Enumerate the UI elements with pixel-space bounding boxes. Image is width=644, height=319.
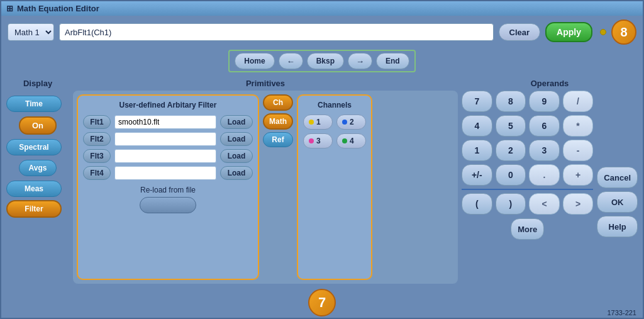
ch3-label: 3 xyxy=(316,137,321,145)
operand-minus[interactable]: - xyxy=(563,140,594,161)
load3-button[interactable]: Load xyxy=(220,149,253,163)
operand-open-paren[interactable]: ( xyxy=(462,193,492,215)
flt2-button[interactable]: Flt2 xyxy=(83,132,111,146)
operand-1[interactable]: 1 xyxy=(462,140,492,161)
end-button[interactable]: End xyxy=(376,53,409,69)
reload-button[interactable] xyxy=(140,197,196,213)
math-prim-button[interactable]: Math xyxy=(263,113,293,130)
operand-4[interactable]: 4 xyxy=(462,115,492,137)
top-bar: Math 1 Math 2 Math 3 Math 4 Clear Apply … xyxy=(1,16,643,48)
ch4-dot xyxy=(342,138,347,143)
ch2-label: 2 xyxy=(350,118,354,126)
reload-label: Re-load from file xyxy=(140,186,196,194)
channels-panel: Channels 1 2 3 xyxy=(297,94,372,280)
operand-less[interactable]: < xyxy=(529,193,560,215)
connector-dot xyxy=(600,29,606,35)
ch4-label: 4 xyxy=(350,137,354,145)
math-select-wrap: Math 1 Math 2 Math 3 Math 4 xyxy=(8,23,54,41)
more-button[interactable]: More xyxy=(511,218,544,240)
flt2-row: Flt2 Load xyxy=(83,132,253,146)
load1-button[interactable]: Load xyxy=(220,115,253,129)
flt4-button[interactable]: Flt4 xyxy=(83,166,111,180)
window-icon: ⊞ xyxy=(6,4,13,13)
badge-8: 8 xyxy=(611,20,636,45)
operand-5[interactable]: 5 xyxy=(496,115,526,137)
badge-7: 7 xyxy=(308,289,336,316)
math-select[interactable]: Math 1 Math 2 Math 3 Math 4 xyxy=(8,23,54,41)
channel-grid: 1 2 3 4 xyxy=(303,115,366,148)
meas-button[interactable]: Meas xyxy=(6,181,62,197)
operand-9[interactable]: 9 xyxy=(529,91,560,112)
operands-section: 7 8 9 / 4 5 6 * 1 2 3 - xyxy=(462,91,638,240)
operand-0[interactable]: 0 xyxy=(496,164,526,186)
time-button[interactable]: Time xyxy=(6,96,62,112)
ref-button[interactable]: Ref xyxy=(263,132,293,147)
channels-title: Channels xyxy=(303,101,366,109)
operand-plusminus[interactable]: +/- xyxy=(462,164,492,186)
operand-plus[interactable]: + xyxy=(563,164,594,186)
operand-decimal[interactable]: . xyxy=(529,164,560,186)
avgs-button[interactable]: Avgs xyxy=(19,160,57,176)
prim-type-buttons: Ch Math Ref xyxy=(263,94,293,280)
operands-column: Operands 7 8 9 / 4 5 6 * 1 xyxy=(462,79,638,284)
primitives-inner: User-defined Arbitary Filter Flt1 Load F… xyxy=(73,91,458,284)
window-title: Math Equation Editor xyxy=(17,4,99,13)
load4-button[interactable]: Load xyxy=(220,166,253,180)
operand-7[interactable]: 7 xyxy=(462,91,492,112)
cancel-button[interactable]: Cancel xyxy=(597,167,638,188)
ch1-label: 1 xyxy=(316,118,321,126)
display-items: Time On Spectral Avgs Meas Filter xyxy=(6,94,69,218)
flt3-button[interactable]: Flt3 xyxy=(83,149,111,163)
ch3-dot xyxy=(309,138,314,143)
bksp-button[interactable]: Bksp xyxy=(307,53,344,69)
spectral-button[interactable]: Spectral xyxy=(6,139,62,155)
flt1-button[interactable]: Flt1 xyxy=(83,115,111,129)
more-wrap: More xyxy=(462,218,593,240)
ch1-button[interactable]: 1 xyxy=(303,115,333,130)
ch2-button[interactable]: 2 xyxy=(336,115,366,130)
operands-grid-2: ( ) < > xyxy=(462,193,593,215)
flt4-input[interactable] xyxy=(114,166,216,180)
operand-2[interactable]: 2 xyxy=(496,140,526,161)
operand-greater[interactable]: > xyxy=(563,193,594,215)
operand-divide[interactable]: / xyxy=(563,91,594,112)
ch4-button[interactable]: 4 xyxy=(336,133,366,148)
ch3-button[interactable]: 3 xyxy=(303,133,333,148)
flt3-input[interactable] xyxy=(114,149,216,163)
flt1-row: Flt1 Load xyxy=(83,115,253,129)
clear-button[interactable]: Clear xyxy=(499,23,541,41)
ch-button[interactable]: Ch xyxy=(263,94,293,111)
operand-close-paren[interactable]: ) xyxy=(496,193,526,215)
back-button[interactable]: ← xyxy=(279,53,303,69)
side-buttons: Cancel OK Help xyxy=(597,91,638,240)
primitives-section-label: Primitives xyxy=(73,79,458,88)
operand-3[interactable]: 3 xyxy=(529,140,560,161)
flt4-row: Flt4 Load xyxy=(83,166,253,180)
operand-6[interactable]: 6 xyxy=(529,115,560,137)
flt3-row: Flt3 Load xyxy=(83,149,253,163)
operand-multiply[interactable]: * xyxy=(563,115,594,137)
apply-button[interactable]: Apply xyxy=(545,22,592,42)
help-button[interactable]: Help xyxy=(597,216,638,237)
operands-divider xyxy=(462,189,593,190)
filter-panel: User-defined Arbitary Filter Flt1 Load F… xyxy=(77,94,259,280)
bottom-area: 7 1733-221 xyxy=(1,286,643,318)
title-bar: ⊞ Math Equation Editor xyxy=(1,1,643,16)
primitives-column: Primitives User-defined Arbitary Filter … xyxy=(73,79,458,284)
formula-input[interactable] xyxy=(59,23,494,41)
ok-button[interactable]: OK xyxy=(597,191,638,213)
operands-grid: 7 8 9 / 4 5 6 * 1 2 3 - xyxy=(462,91,593,186)
forward-button[interactable]: → xyxy=(348,53,372,69)
filter-button[interactable]: Filter xyxy=(6,200,62,218)
nav-bar-inner: Home ← Bksp → End xyxy=(228,50,415,72)
load2-button[interactable]: Load xyxy=(220,132,253,146)
on-button[interactable]: On xyxy=(19,116,57,135)
display-column: Display Time On Spectral Avgs Meas Filte… xyxy=(6,79,69,284)
reload-section: Re-load from file xyxy=(83,186,253,213)
flt2-input[interactable] xyxy=(114,132,216,146)
operands-section-label: Operands xyxy=(462,79,638,88)
operand-8[interactable]: 8 xyxy=(496,91,526,112)
flt1-input[interactable] xyxy=(114,115,216,129)
home-button[interactable]: Home xyxy=(235,53,274,69)
nav-bar: Home ← Bksp → End xyxy=(1,48,643,76)
